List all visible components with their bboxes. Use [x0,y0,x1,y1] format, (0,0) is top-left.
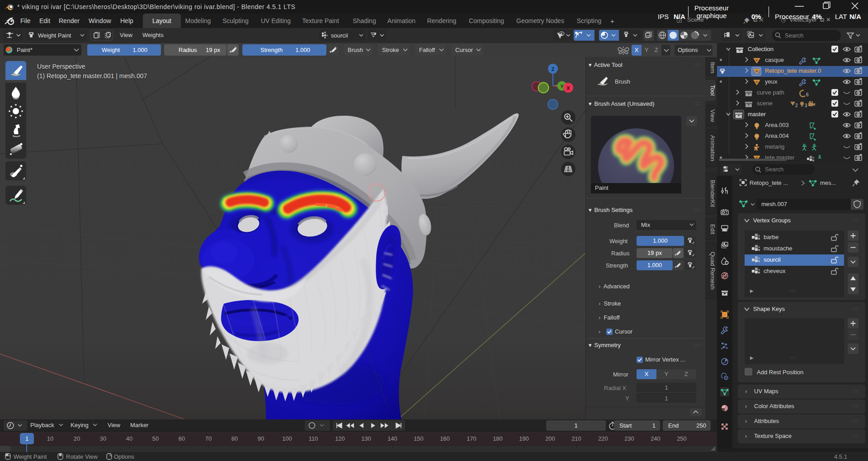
svg-text:2: 2 [795,103,798,108]
svg-text:6: 6 [806,92,809,97]
svg-text:X: X [566,85,570,91]
svg-text:Z: Z [552,66,555,72]
svg-text:3: 3 [805,103,807,108]
